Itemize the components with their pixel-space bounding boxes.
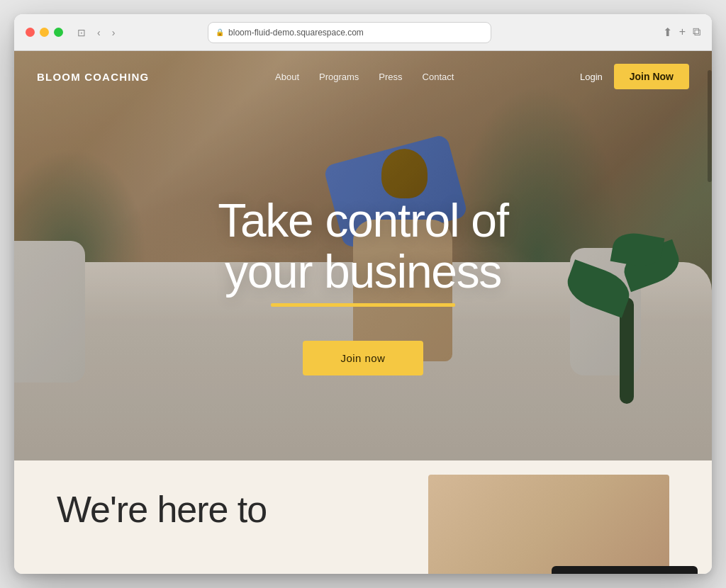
- minimize-button[interactable]: [40, 28, 49, 37]
- hero-headline-line1: Take control of: [218, 194, 508, 247]
- tabs-icon[interactable]: ⧉: [693, 26, 700, 39]
- fullscreen-button[interactable]: [54, 28, 63, 37]
- browser-chrome: ⊡ ‹ › 🔒 bloom-fluid-demo.squarespace.com…: [14, 14, 712, 51]
- hero-headline-line2: your business: [225, 245, 501, 298]
- hero-headline: Take control of your business: [14, 195, 712, 298]
- squarespace-badge[interactable]: Create A Site Like This Free trial. Inst…: [552, 566, 698, 574]
- website-content: BLOOM COACHING About Programs Press Cont…: [14, 51, 712, 574]
- site-logo: BLOOM COACHING: [37, 71, 149, 83]
- below-hero-image: [428, 475, 669, 574]
- share-icon[interactable]: ⬆: [663, 26, 672, 39]
- nav-contact[interactable]: Contact: [423, 72, 454, 82]
- badge-text-group: Create A Site Like This Free trial. Inst…: [587, 573, 686, 574]
- address-bar[interactable]: 🔒 bloom-fluid-demo.squarespace.com: [208, 22, 491, 43]
- hero-section: BLOOM COACHING About Programs Press Cont…: [14, 51, 712, 460]
- forward-button[interactable]: ›: [109, 26, 118, 40]
- back-button[interactable]: ‹: [94, 26, 104, 40]
- browser-actions: ⬆ + ⧉: [663, 26, 700, 39]
- window-control-icon: ⊡: [74, 26, 89, 40]
- lock-icon: 🔒: [216, 28, 224, 36]
- badge-title: Create A Site Like This: [587, 573, 686, 574]
- nav-programs[interactable]: Programs: [319, 72, 359, 82]
- traffic-lights: [26, 28, 63, 37]
- hero-content: Take control of your business Join now: [14, 195, 712, 375]
- nav-links: About Programs Press Contact: [275, 72, 454, 82]
- login-link[interactable]: Login: [580, 72, 603, 82]
- below-hero-section: We're here to Create A Site Like This Fr…: [14, 460, 712, 574]
- join-now-button[interactable]: Join Now: [614, 64, 689, 89]
- close-button[interactable]: [26, 28, 35, 37]
- browser-window: ⊡ ‹ › 🔒 bloom-fluid-demo.squarespace.com…: [14, 14, 712, 574]
- browser-controls: ⊡ ‹ ›: [74, 26, 118, 40]
- new-tab-icon[interactable]: +: [679, 26, 686, 39]
- nav-actions: Login Join Now: [580, 64, 689, 89]
- url-text: bloom-fluid-demo.squarespace.com: [228, 28, 364, 38]
- navigation: BLOOM COACHING About Programs Press Cont…: [14, 51, 712, 102]
- hero-cta-button[interactable]: Join now: [303, 341, 424, 375]
- below-hero-heading: We're here to: [57, 489, 400, 531]
- underline-accent: [271, 303, 455, 307]
- nav-press[interactable]: Press: [379, 72, 402, 82]
- nav-about[interactable]: About: [275, 72, 299, 82]
